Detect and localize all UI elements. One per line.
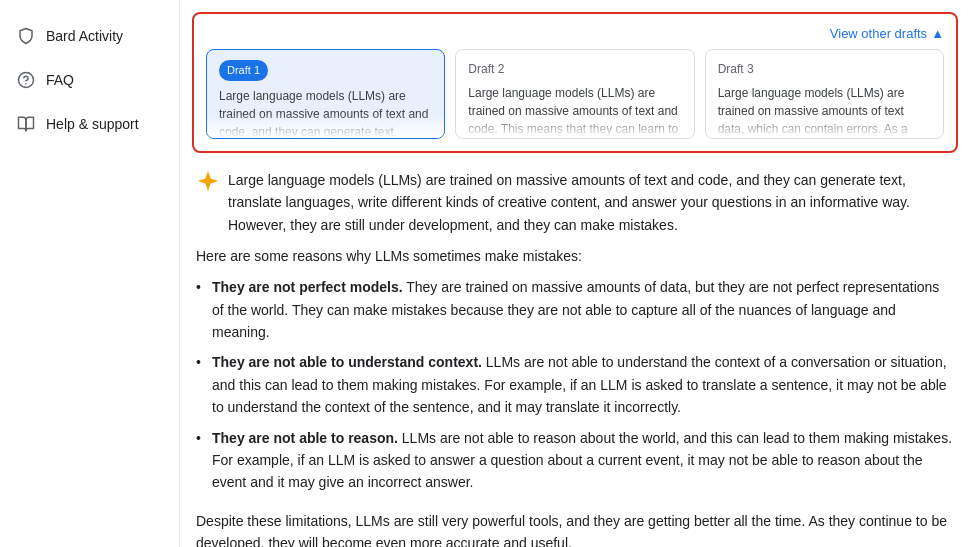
response-intro: Large language models (LLMs) are trained…: [228, 169, 954, 236]
bullet-item-1: They are not perfect models. They are tr…: [196, 272, 954, 347]
section-title: Here are some reasons why LLMs sometimes…: [196, 248, 954, 264]
view-other-drafts-label: View other drafts: [830, 26, 927, 41]
main-content: View other drafts ▲ Draft 1 Large langua…: [180, 0, 970, 547]
bard-sparkle-icon: [196, 169, 220, 193]
bullet-3-bold: They are not able to reason.: [212, 430, 398, 446]
draft-3-label: Draft 3: [718, 60, 754, 78]
bullet-item-2: They are not able to understand context.…: [196, 347, 954, 422]
sidebar-item-help-support-label: Help & support: [46, 116, 139, 132]
sidebar-item-faq[interactable]: FAQ: [0, 60, 179, 100]
response-area: Large language models (LLMs) are trained…: [180, 153, 970, 547]
chevron-up-icon: ▲: [931, 26, 944, 41]
closing-text: Despite these limitations, LLMs are stil…: [196, 510, 954, 547]
bullet-item-3: They are not able to reason. LLMs are no…: [196, 423, 954, 498]
view-other-drafts-button[interactable]: View other drafts ▲: [830, 26, 944, 41]
bullet-1-bold: They are not perfect models.: [212, 279, 403, 295]
draft-2-text: Large language models (LLMs) are trained…: [468, 84, 681, 139]
draft-3-text: Large language models (LLMs) are trained…: [718, 84, 931, 139]
sidebar: Bard Activity FAQ Help & support: [0, 0, 180, 547]
drafts-header: View other drafts ▲: [206, 26, 944, 41]
sidebar-item-faq-label: FAQ: [46, 72, 74, 88]
response-header: Large language models (LLMs) are trained…: [196, 169, 954, 236]
sidebar-item-help-support[interactable]: Help & support: [0, 104, 179, 144]
draft-card-2[interactable]: Draft 2 Large language models (LLMs) are…: [455, 49, 694, 139]
draft-1-badge: Draft 1: [219, 60, 268, 81]
draft-card-3[interactable]: Draft 3 Large language models (LLMs) are…: [705, 49, 944, 139]
bullet-list: They are not perfect models. They are tr…: [196, 272, 954, 498]
bullet-2-bold: They are not able to understand context.: [212, 354, 482, 370]
svg-marker-3: [198, 171, 218, 191]
sidebar-item-bard-activity-label: Bard Activity: [46, 28, 123, 44]
shield-icon: [16, 26, 36, 46]
draft-1-text: Large language models (LLMs) are trained…: [219, 87, 432, 140]
drafts-container: View other drafts ▲ Draft 1 Large langua…: [192, 12, 958, 153]
draft-card-1[interactable]: Draft 1 Large language models (LLMs) are…: [206, 49, 445, 139]
book-open-icon: [16, 114, 36, 134]
help-circle-icon: [16, 70, 36, 90]
drafts-grid: Draft 1 Large language models (LLMs) are…: [206, 49, 944, 139]
sidebar-item-bard-activity[interactable]: Bard Activity: [0, 16, 179, 56]
draft-2-label: Draft 2: [468, 60, 504, 78]
